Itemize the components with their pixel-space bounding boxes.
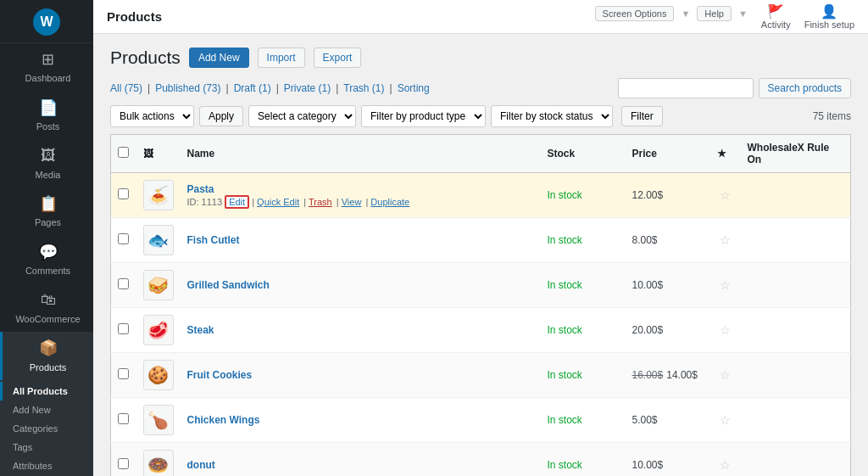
content-area: Products Add New Import Export All (75) … — [93, 34, 868, 476]
product-price: 12.00$ — [626, 173, 710, 218]
product-action-trash[interactable]: Trash — [309, 197, 332, 207]
filter-bar: All (75) | Published (73) | Draft (1) | … — [110, 78, 851, 98]
row-checkbox[interactable] — [118, 368, 129, 379]
sidebar-submenu-attributes[interactable]: Attributes — [0, 456, 93, 475]
category-filter[interactable]: Select a category — [248, 105, 356, 127]
product-thumbnail: 🍪 — [143, 360, 174, 390]
price-current: 8.00$ — [632, 234, 658, 246]
star-toggle[interactable]: ☆ — [720, 413, 731, 427]
product-name-link[interactable]: Grilled Sandwich — [187, 279, 270, 291]
product-name-link[interactable]: donut — [187, 459, 215, 471]
sidebar-submenu-categories[interactable]: Categories — [0, 419, 93, 438]
export-btn[interactable]: Export — [314, 48, 362, 68]
page-header: Products Add New Import Export — [110, 48, 851, 68]
edit-highlighted-link[interactable]: Edit — [225, 195, 249, 209]
star-toggle[interactable]: ☆ — [720, 233, 731, 247]
product-price: 20.00$ — [626, 308, 710, 353]
finish-setup-btn[interactable]: 👤 Finish setup — [804, 3, 854, 30]
row-checkbox[interactable] — [118, 323, 129, 334]
product-action-duplicate[interactable]: Duplicate — [370, 197, 409, 207]
filter-sorting[interactable]: Sorting — [398, 82, 430, 94]
product-price: 10.00$ — [626, 263, 710, 308]
row-checkbox[interactable] — [118, 188, 129, 199]
col-stock-header[interactable]: Stock — [541, 135, 626, 173]
select-all-checkbox[interactable] — [118, 147, 129, 158]
sidebar-submenu-all-products[interactable]: All Products — [0, 382, 93, 400]
sidebar-submenu-tags[interactable]: Tags — [0, 438, 93, 456]
table-row: 🍗Chicken WingsEdit | Quick Edit | Trash … — [111, 398, 851, 443]
comments-icon: 💬 — [39, 243, 58, 262]
sidebar-item-media[interactable]: 🖼 Media — [0, 139, 93, 188]
filter-btn[interactable]: Filter — [621, 106, 663, 126]
col-star-header[interactable]: ★ — [710, 135, 741, 173]
search-input[interactable] — [618, 78, 754, 98]
row-checkbox[interactable] — [118, 233, 129, 244]
product-thumbnail: 🥪 — [143, 270, 174, 300]
wholesalex-rule — [741, 263, 851, 308]
star-toggle[interactable]: ☆ — [720, 458, 731, 472]
star-toggle[interactable]: ☆ — [720, 188, 731, 202]
wholesalex-rule — [741, 353, 851, 398]
apply-btn[interactable]: Apply — [199, 106, 243, 126]
row-checkbox[interactable] — [118, 458, 129, 469]
sidebar-item-woocommerce[interactable]: 🛍 WooCommerce — [0, 283, 93, 332]
pages-icon: 📋 — [39, 194, 58, 214]
wholesalex-rule — [741, 218, 851, 263]
products-submenu: All Products Add New Categories Tags Att… — [0, 380, 93, 476]
screen-options-area: Screen Options ▼ Help ▼ — [595, 6, 748, 21]
product-name-link[interactable]: Fish Cutlet — [187, 234, 240, 246]
stock-status: In stock — [548, 234, 582, 246]
screen-options-btn[interactable]: Screen Options — [595, 6, 675, 21]
sidebar-item-label: Media — [36, 169, 61, 181]
search-btn[interactable]: Search products — [759, 78, 851, 98]
product-name-link[interactable]: Pasta — [187, 183, 214, 195]
star-toggle[interactable]: ☆ — [720, 368, 731, 382]
sidebar-item-label: Dashboard — [25, 72, 71, 84]
sidebar-item-dashboard[interactable]: ⊞ Dashboard — [0, 43, 93, 92]
filter-private[interactable]: Private (1) — [284, 82, 331, 94]
bulk-actions-dropdown[interactable]: Bulk actions — [110, 105, 194, 127]
row-checkbox[interactable] — [118, 278, 129, 289]
filter-trash[interactable]: Trash (1) — [343, 82, 384, 94]
col-rule-header: WholesaleX Rule On — [741, 135, 851, 173]
topbar-title: Products — [107, 9, 162, 24]
finish-setup-label: Finish setup — [804, 20, 854, 30]
help-btn[interactable]: Help — [697, 6, 732, 21]
products-table: 🖼 Name Stock Price ★ WholesaleX Rule On … — [110, 134, 851, 476]
sidebar-item-pages[interactable]: 📋 Pages — [0, 188, 93, 236]
add-new-btn[interactable]: Add New — [189, 48, 249, 68]
activity-btn[interactable]: 🚩 Activity — [761, 3, 791, 30]
product-action-quick-edit[interactable]: Quick Edit — [257, 197, 299, 207]
product-thumbnail: 🍗 — [143, 405, 174, 435]
filter-all[interactable]: All (75) — [110, 82, 142, 94]
star-toggle[interactable]: ☆ — [720, 278, 731, 292]
table-row: 🍝PastaID: 1113 Edit | Quick Edit | Trash… — [111, 173, 851, 218]
activity-icon: 🚩 — [767, 3, 784, 20]
star-toggle[interactable]: ☆ — [720, 323, 731, 337]
filter-draft[interactable]: Draft (1) — [234, 82, 271, 94]
stock-status: In stock — [548, 459, 582, 471]
sidebar-submenu-add-new[interactable]: Add New — [0, 400, 93, 419]
product-action-view[interactable]: View — [342, 197, 362, 207]
product-name-link[interactable]: Chicken Wings — [187, 414, 260, 426]
stock-status: In stock — [548, 369, 582, 381]
filter-published[interactable]: Published (73) — [155, 82, 220, 94]
col-name-header[interactable]: Name — [181, 135, 541, 173]
products-icon: 📦 — [39, 339, 58, 358]
row-checkbox[interactable] — [118, 413, 129, 424]
product-name-link[interactable]: Fruit Cookies — [187, 369, 253, 381]
product-type-filter[interactable]: Filter by product type — [361, 105, 486, 127]
image-col-icon: 🖼 — [143, 148, 153, 160]
sidebar-item-posts[interactable]: 📄 Posts — [0, 92, 93, 140]
col-price-header[interactable]: Price — [626, 135, 710, 173]
sidebar-item-comments[interactable]: 💬 Comments — [0, 236, 93, 284]
topbar: Products Screen Options ▼ Help ▼ 🚩 Activ… — [93, 0, 868, 34]
product-name-link[interactable]: Steak — [187, 324, 214, 336]
table-row: 🍩donutEdit | Quick Edit | Trash | View |… — [111, 443, 851, 477]
sidebar-item-products[interactable]: 📦 Products — [0, 332, 93, 380]
price-current: 12.00$ — [632, 189, 664, 201]
stock-status-filter[interactable]: Filter by stock status — [491, 105, 613, 127]
table-header-row: 🖼 Name Stock Price ★ WholesaleX Rule On — [111, 135, 851, 173]
help-dropdown: ▼ — [681, 8, 690, 19]
import-btn[interactable]: Import — [258, 48, 305, 68]
